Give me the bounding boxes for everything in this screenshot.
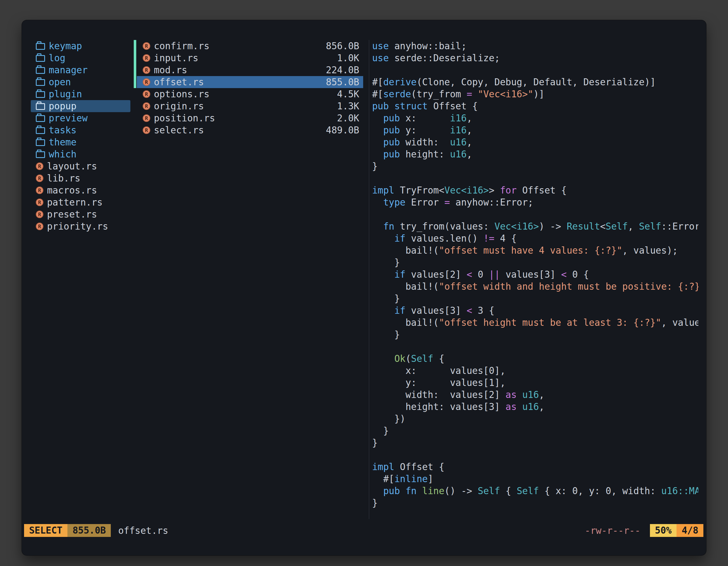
item-label: macros.rs — [47, 185, 97, 196]
rust-file-icon: R — [143, 54, 150, 62]
rust-file-icon: R — [143, 66, 150, 74]
sidebar-item-priority-rs[interactable]: Rpriority.rs — [31, 220, 130, 233]
file-preview-pane[interactable]: use anyhow::bail;use serde::Deserialize;… — [372, 40, 698, 519]
code-token: , — [539, 389, 544, 400]
code-token: if — [394, 233, 405, 244]
sidebar-item-open[interactable]: open — [31, 76, 130, 88]
sidebar-item-macros-rs[interactable]: Rmacros.rs — [31, 184, 130, 196]
item-label: theme — [49, 137, 76, 148]
code-token: line — [422, 485, 444, 496]
file-name: options.rs — [154, 89, 210, 100]
code-token: #[ — [372, 77, 383, 88]
code-token: Ok — [394, 353, 405, 364]
code-token: impl — [372, 185, 394, 196]
code-token: } — [372, 329, 400, 340]
sidebar-item-preview[interactable]: preview — [31, 112, 130, 124]
code-token: values[2] — [405, 269, 467, 280]
file-row-origin-rs[interactable]: Rorigin.rs1.3K — [134, 100, 363, 112]
code-token: ::Error — [661, 221, 698, 232]
code-token: serde::Deserialize; — [389, 53, 500, 64]
code-token: 3 { — [472, 305, 494, 316]
sidebar-item-log[interactable]: log — [31, 52, 130, 64]
sidebar-item-preset-rs[interactable]: Rpreset.rs — [31, 208, 130, 220]
code-token: }) — [372, 413, 405, 424]
code-token: pub fn — [383, 485, 417, 496]
current-directory-pane: Rconfirm.rs856.0BRinput.rs1.0KRmod.rs224… — [134, 40, 363, 136]
code-token: } — [372, 257, 400, 268]
status-filename: offset.rs — [118, 525, 168, 536]
item-label: preview — [49, 113, 88, 124]
sidebar-item-lib-rs[interactable]: Rlib.rs — [31, 172, 130, 184]
code-line: pub width: u16, — [372, 136, 698, 148]
code-token: Self — [606, 221, 628, 232]
code-token — [417, 485, 422, 496]
file-name: confirm.rs — [154, 41, 210, 51]
code-token: Offset { — [428, 101, 478, 112]
cursor-position-badge: 4/8 — [677, 524, 703, 537]
code-token: Error — [405, 197, 444, 208]
code-token: use — [372, 53, 389, 64]
sidebar-item-plugin[interactable]: plugin — [31, 88, 130, 100]
code-token: u16::MA — [661, 485, 698, 496]
code-token — [372, 113, 383, 124]
code-token — [372, 197, 383, 208]
code-token: Self — [478, 485, 500, 496]
sidebar-item-pattern-rs[interactable]: Rpattern.rs — [31, 196, 130, 208]
file-row-offset-rs[interactable]: Roffset.rs855.0B — [134, 76, 363, 88]
code-token: u16 — [522, 389, 539, 400]
file-row-position-rs[interactable]: Rposition.rs2.0K — [134, 112, 363, 124]
file-row-options-rs[interactable]: Roptions.rs4.5K — [134, 88, 363, 100]
code-token: , — [467, 149, 472, 160]
sidebar-item-manager[interactable]: manager — [31, 64, 130, 76]
rust-file-icon: R — [36, 175, 43, 182]
code-token: 0 — [472, 269, 489, 280]
file-name: mod.rs — [154, 65, 187, 76]
code-token: < — [600, 221, 606, 232]
code-line: use anyhow::bail; — [372, 40, 698, 52]
sidebar-item-theme[interactable]: theme — [31, 136, 130, 148]
rust-file-icon: R — [36, 187, 43, 194]
code-token: i16 — [450, 125, 467, 136]
file-row-mod-rs[interactable]: Rmod.rs224.0B — [134, 64, 363, 76]
file-size: 1.3K — [337, 101, 359, 112]
item-label: which — [49, 149, 76, 160]
sidebar-item-popup[interactable]: popup — [31, 100, 130, 112]
rust-file-icon: R — [143, 102, 150, 110]
item-label: open — [49, 77, 71, 88]
code-token: serde — [383, 89, 411, 100]
code-token: bail!( — [372, 245, 439, 256]
code-token — [372, 149, 383, 160]
file-permissions: -rw-r--r-- — [585, 525, 640, 536]
sidebar-item-keymap[interactable]: keymap — [31, 40, 130, 52]
code-token: , — [539, 401, 544, 412]
file-row-select-rs[interactable]: Rselect.rs489.0B — [134, 124, 363, 136]
file-size: 224.0B — [326, 65, 359, 76]
code-token: ] — [428, 473, 433, 484]
rust-file-icon: R — [143, 42, 150, 50]
code-token: > — [489, 185, 500, 196]
item-label: popup — [49, 101, 76, 112]
code-token: type — [383, 197, 405, 208]
folder-icon — [36, 115, 45, 122]
item-label: keymap — [49, 41, 82, 51]
code-line — [372, 172, 698, 184]
file-row-confirm-rs[interactable]: Rconfirm.rs856.0B — [134, 40, 363, 52]
file-size-badge: 855.0B — [67, 524, 111, 537]
code-token — [372, 137, 383, 148]
code-line: if values[2] < 0 || values[3] < 0 { — [372, 269, 698, 281]
code-line: bail!("offset height must be at least 3:… — [372, 316, 698, 328]
code-token: "Vec<i16>" — [478, 89, 534, 100]
code-token: y: — [400, 125, 450, 136]
sidebar-item-which[interactable]: which — [31, 148, 130, 160]
panes-container: keymaplogmanageropenpluginpopuppreviewta… — [22, 40, 706, 519]
file-row-input-rs[interactable]: Rinput.rs1.0K — [134, 52, 363, 64]
sidebar-item-tasks[interactable]: tasks — [31, 124, 130, 136]
code-token — [372, 485, 383, 496]
code-token: (Clone, Copy, Debug, Default, Deserializ… — [417, 77, 656, 88]
code-token: } — [372, 437, 378, 448]
code-line: #[serde(try_from = "Vec<i16>")] — [372, 88, 698, 100]
code-line: } — [372, 328, 698, 340]
code-line: Ok(Self { — [372, 353, 698, 365]
code-line: } — [372, 257, 698, 269]
sidebar-item-layout-rs[interactable]: Rlayout.rs — [31, 160, 130, 172]
